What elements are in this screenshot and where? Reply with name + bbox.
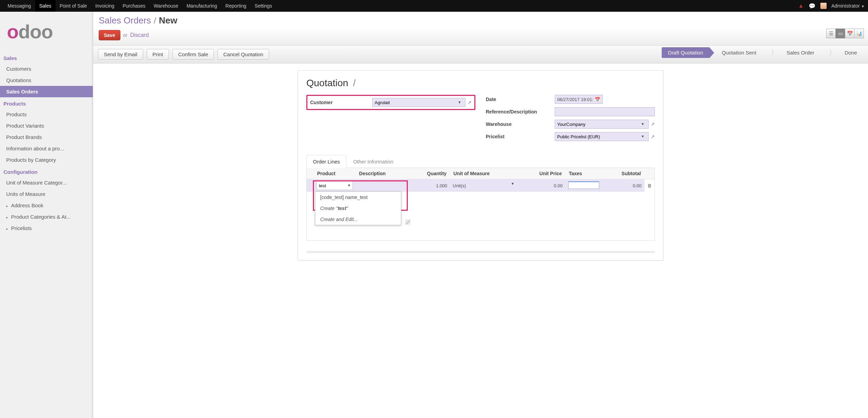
taxes-cell[interactable]	[568, 181, 599, 189]
product-input[interactable]	[316, 181, 353, 190]
sidebar-item-products[interactable]: Products	[0, 109, 93, 120]
sidebar-item-quotations[interactable]: Quotations	[0, 74, 93, 86]
view-switcher: ☰ ▭ 📅 📊	[827, 29, 864, 38]
cancel-quotation-button[interactable]: Cancel Quotation	[217, 49, 269, 60]
chevron-down-icon: ▼	[511, 182, 514, 186]
view-graph-icon[interactable]: 📊	[854, 29, 864, 38]
date-field[interactable]: 06/27/2017 19:01:📅	[555, 95, 603, 104]
form-sheet: Quotation / Customer Agrolait ▼ ↗	[298, 70, 663, 260]
tab-other-info[interactable]: Other Information	[346, 155, 400, 168]
discard-link[interactable]: Discard	[130, 32, 149, 38]
nav-sales[interactable]: Sales	[35, 0, 56, 12]
customer-select[interactable]: Agrolait	[372, 98, 465, 107]
reference-field[interactable]	[555, 107, 655, 116]
dropdown-item[interactable]: [code_test] name_test	[315, 192, 401, 203]
resize-handle-icon[interactable]	[405, 220, 410, 225]
sidebar-item-customers[interactable]: Customers	[0, 63, 93, 74]
row-handle[interactable]	[307, 179, 314, 192]
print-button[interactable]: Print	[147, 49, 169, 60]
product-dropdown: [code_test] name_test Create "test" Crea…	[315, 191, 401, 225]
subtotal-cell: 0.00	[602, 179, 644, 192]
nav-settings[interactable]: Settings	[250, 0, 276, 12]
sidebar-item-products-category[interactable]: Products by Category	[0, 154, 93, 166]
sidebar-item-product-categories[interactable]: Product Categories & At...	[0, 211, 93, 222]
nav-reporting[interactable]: Reporting	[221, 0, 250, 12]
warehouse-label: Warehouse	[486, 121, 555, 127]
wf-order[interactable]: Sales Order	[780, 47, 820, 58]
confirm-sale-button[interactable]: Confirm Sale	[172, 49, 214, 60]
wf-draft[interactable]: Draft Quotation	[662, 47, 709, 58]
order-lines: Product Description Quantity Unit of Mea…	[306, 168, 655, 241]
footer-divider	[306, 251, 655, 253]
sidebar-item-address-book[interactable]: Address Book	[0, 200, 93, 211]
col-subtotal: Subtotal	[602, 168, 644, 179]
quantity-cell[interactable]: 1.000	[408, 179, 450, 192]
nav-manufacturing[interactable]: Manufacturing	[183, 0, 221, 12]
tab-order-lines[interactable]: Order Lines	[306, 155, 346, 168]
col-uom: Unit of Measure	[450, 168, 516, 179]
pricelist-label: Pricelist	[486, 134, 555, 139]
view-form-icon[interactable]: ▭	[836, 29, 845, 38]
col-product: Product	[314, 168, 356, 179]
delete-row-icon[interactable]: 🗑	[644, 179, 654, 192]
secondary-bar: Send by Email Print Confirm Sale Cancel …	[93, 46, 868, 63]
alert-icon[interactable]: ▲	[798, 3, 804, 9]
breadcrumb-parent[interactable]: Sales Orders	[99, 15, 151, 26]
chevron-icon: 〉	[771, 48, 778, 58]
date-label: Date	[486, 97, 555, 102]
sidebar-item-information[interactable]: Information about a pro...	[0, 143, 93, 154]
send-email-button[interactable]: Send by Email	[98, 49, 143, 60]
ref-label: Reference/Description	[486, 109, 555, 115]
sidebar-item-pricelists[interactable]: Pricelists	[0, 222, 93, 234]
sidebar-item-uom-categ[interactable]: Unit of Measure Categor...	[0, 177, 93, 188]
tabs: Order Lines Other Information	[306, 155, 655, 168]
logo: odoo	[0, 12, 93, 53]
side-section-products[interactable]: Products	[0, 99, 93, 109]
nav-purchases[interactable]: Purchases	[118, 0, 149, 12]
nav-messaging[interactable]: Messaging	[3, 0, 35, 12]
or-text: or	[123, 32, 127, 38]
dropdown-create-edit[interactable]: Create and Edit...	[315, 214, 401, 225]
breadcrumb-current: New	[159, 15, 177, 26]
sidebar-item-uom[interactable]: Units of Measure	[0, 188, 93, 200]
chat-icon[interactable]: 💬	[809, 3, 816, 9]
col-unit-price: Unit Price	[516, 168, 565, 179]
unit-price-cell[interactable]: 0.00	[516, 179, 565, 192]
side-section-configuration[interactable]: Configuration	[0, 167, 93, 177]
nav-invoicing[interactable]: Invoicing	[91, 0, 118, 12]
customer-label: Customer	[310, 100, 372, 105]
save-button[interactable]: Save	[99, 30, 120, 40]
chevron-icon: 〉	[829, 48, 836, 58]
sidebar-item-sales-orders[interactable]: Sales Orders	[0, 86, 93, 97]
external-link-icon[interactable]: ↗	[651, 134, 655, 139]
sidebar-item-product-variants[interactable]: Product Variants	[0, 120, 93, 131]
wf-done[interactable]: Done	[838, 47, 863, 58]
workflow-status: Draft Quotation Quotation Sent 〉 Sales O…	[662, 47, 863, 58]
customer-highlight: Customer Agrolait ▼ ↗	[306, 95, 475, 110]
breadcrumb: Sales Orders / New	[93, 12, 868, 27]
main: Sales Orders / New Save or Discard ☰ ▭ 📅…	[93, 12, 868, 418]
top-nav: Messaging Sales Point of Sale Invoicing …	[0, 0, 868, 12]
uom-cell[interactable]: Unit(s)	[453, 183, 466, 188]
sidebar-item-product-brands[interactable]: Product Brands	[0, 131, 93, 143]
side-section-sales[interactable]: Sales	[0, 53, 93, 63]
pricelist-select[interactable]: Public Pricelist (EUR)	[555, 132, 649, 141]
action-bar: Save or Discard ☰ ▭ 📅 📊	[93, 27, 868, 46]
external-link-icon[interactable]: ↗	[467, 100, 472, 105]
table-header-row: Product Description Quantity Unit of Mea…	[307, 168, 654, 179]
table-row: ▼ 1.000 Unit(s) ▼	[307, 179, 654, 192]
user-menu[interactable]: Administrator▼	[831, 3, 865, 9]
calendar-icon[interactable]: 📅	[595, 97, 600, 102]
warehouse-select[interactable]: YourCompany	[555, 120, 649, 129]
external-link-icon[interactable]: ↗	[651, 121, 655, 127]
top-menu: Messaging Sales Point of Sale Invoicing …	[3, 0, 276, 12]
nav-pos[interactable]: Point of Sale	[56, 0, 91, 12]
wf-sent[interactable]: Quotation Sent	[716, 47, 762, 58]
breadcrumb-sep: /	[154, 16, 156, 26]
nav-warehouse[interactable]: Warehouse	[150, 0, 183, 12]
dropdown-create[interactable]: Create "test"	[315, 203, 401, 214]
col-quantity: Quantity	[408, 168, 450, 179]
page-title: Quotation /	[306, 78, 655, 89]
view-calendar-icon[interactable]: 📅	[845, 29, 855, 38]
view-list-icon[interactable]: ☰	[826, 29, 836, 38]
